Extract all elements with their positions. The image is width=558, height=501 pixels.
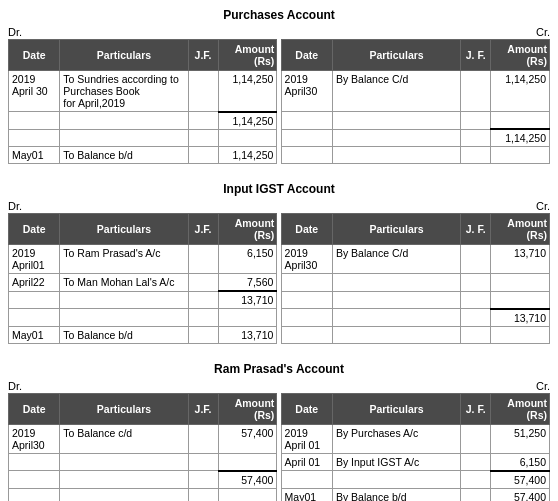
column-header: Particulars <box>60 40 188 71</box>
table-row: May01By Balance b/d57,400 <box>9 488 550 501</box>
table-cell: 57,400 <box>218 424 277 453</box>
column-header: Date <box>281 214 332 245</box>
table-cell: 2019 April 01 <box>281 424 332 453</box>
table-cell <box>491 112 550 130</box>
table-cell <box>188 245 218 274</box>
empty-cell <box>9 488 60 501</box>
table-cell <box>9 471 60 489</box>
table-cell <box>461 488 491 501</box>
table-cell: 13,710 <box>491 245 550 274</box>
table-cell <box>188 147 218 164</box>
table-cell: 2019 April30 <box>281 245 332 274</box>
empty-cell <box>218 453 277 471</box>
table-cell: By Balance b/d <box>332 488 460 501</box>
table-cell <box>188 129 218 147</box>
table-cell <box>461 129 491 147</box>
empty-cell <box>491 274 550 292</box>
table-cell <box>461 71 491 112</box>
ledger-table: DateParticularsJ.F.Amount (Rs)DatePartic… <box>8 39 550 164</box>
table-cell <box>461 291 491 309</box>
table-cell: 1,14,250 <box>218 147 277 164</box>
empty-cell <box>188 453 218 471</box>
table-cell <box>188 112 218 130</box>
table-row: 13,710 <box>9 309 550 327</box>
empty-cell <box>281 326 332 343</box>
table-row: 1,14,250 <box>9 112 550 130</box>
table-cell <box>281 291 332 309</box>
table-cell <box>60 309 188 327</box>
table-cell <box>281 471 332 489</box>
empty-cell <box>218 488 277 501</box>
table-cell <box>60 112 188 130</box>
cr-label: Cr. <box>536 26 550 38</box>
table-cell: 2019 April01 <box>9 245 60 274</box>
table-cell: 13,710 <box>218 291 277 309</box>
table-cell: 13,710 <box>491 309 550 327</box>
table-cell <box>188 274 218 292</box>
table-row: 1,14,250 <box>9 129 550 147</box>
table-cell <box>188 424 218 453</box>
dr-label: Dr. <box>8 26 22 38</box>
column-header: Amount (Rs) <box>218 214 277 245</box>
column-header: J.F. <box>188 393 218 424</box>
table-cell: To Ram Prasad's A/c <box>60 245 188 274</box>
table-cell: By Input IGST A/c <box>332 453 460 471</box>
account-section-1: Input IGST AccountDr.Cr.DateParticularsJ… <box>8 182 550 344</box>
dr-label: Dr. <box>8 380 22 392</box>
dr-label: Dr. <box>8 200 22 212</box>
table-cell: 2019 April30 <box>9 424 60 453</box>
table-cell <box>491 291 550 309</box>
table-row: 2019 April30To Balance c/d57,4002019 Apr… <box>9 424 550 453</box>
table-cell <box>188 309 218 327</box>
table-row: 13,710 <box>9 291 550 309</box>
cr-label: Cr. <box>536 200 550 212</box>
account-title: Input IGST Account <box>8 182 550 196</box>
table-cell <box>188 471 218 489</box>
table-cell <box>332 112 460 130</box>
table-cell: May01 <box>9 326 60 343</box>
table-cell <box>281 112 332 130</box>
table-cell: 6,150 <box>491 453 550 471</box>
column-header: Particulars <box>332 214 460 245</box>
table-cell <box>9 129 60 147</box>
column-header: J. F. <box>461 393 491 424</box>
table-row: 57,40057,400 <box>9 471 550 489</box>
column-header: Amount (Rs) <box>491 214 550 245</box>
table-cell <box>218 129 277 147</box>
empty-cell <box>491 147 550 164</box>
table-cell <box>332 471 460 489</box>
table-row: April 01By Input IGST A/c6,150 <box>9 453 550 471</box>
column-header: Particulars <box>60 214 188 245</box>
table-cell: 57,400 <box>491 488 550 501</box>
table-cell: 2019 April 30 <box>9 71 60 112</box>
column-header: Amount (Rs) <box>491 40 550 71</box>
table-cell: 57,400 <box>218 471 277 489</box>
account-section-2: Ram Prasad's AccountDr.Cr.DateParticular… <box>8 362 550 502</box>
column-header: Date <box>9 214 60 245</box>
column-header: Date <box>281 393 332 424</box>
empty-cell <box>60 453 188 471</box>
empty-cell <box>491 326 550 343</box>
empty-cell <box>281 147 332 164</box>
table-cell: 13,710 <box>218 326 277 343</box>
table-cell <box>188 71 218 112</box>
table-cell: 1,14,250 <box>491 129 550 147</box>
empty-cell <box>461 326 491 343</box>
table-row: May01To Balance b/d13,710 <box>9 326 550 343</box>
table-cell <box>60 471 188 489</box>
column-header: J.F. <box>188 40 218 71</box>
account-title: Purchases Account <box>8 8 550 22</box>
ledger-table: DateParticularsJ.F.Amount (Rs)DatePartic… <box>8 393 550 502</box>
ledger-table: DateParticularsJ.F.Amount (Rs)DatePartic… <box>8 213 550 344</box>
table-cell <box>9 291 60 309</box>
table-cell: 2019 April30 <box>281 71 332 112</box>
table-cell <box>461 309 491 327</box>
table-cell <box>9 309 60 327</box>
table-cell <box>461 424 491 453</box>
table-cell <box>188 326 218 343</box>
table-cell <box>281 129 332 147</box>
account-section-0: Purchases AccountDr.Cr.DateParticularsJ.… <box>8 8 550 164</box>
table-cell: By Purchases A/c <box>332 424 460 453</box>
cr-label: Cr. <box>536 380 550 392</box>
table-cell <box>281 309 332 327</box>
